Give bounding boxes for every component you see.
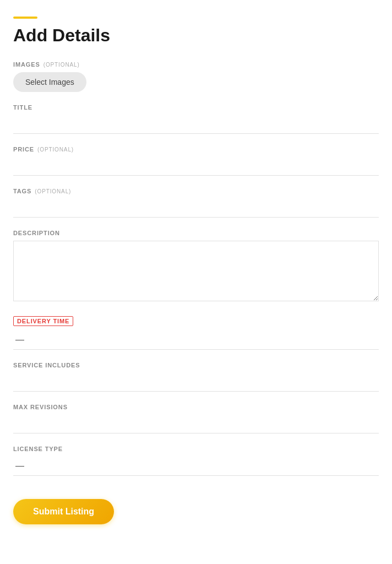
page-title: Add Details: [13, 25, 379, 46]
title-input[interactable]: [13, 115, 379, 134]
top-accent: [13, 17, 37, 19]
delivery-time-section: DELIVERY TIME —: [13, 316, 379, 350]
tags-section: TAGS (OPTIONAL): [13, 188, 379, 218]
max-revisions-section: MAX REVISIONS: [13, 404, 379, 433]
license-type-label: LICENSE TYPE: [13, 446, 379, 452]
description-label: DESCRIPTION: [13, 230, 379, 236]
price-input[interactable]: [13, 157, 379, 176]
description-input[interactable]: [13, 241, 379, 301]
max-revisions-input[interactable]: [13, 415, 379, 433]
description-section: DESCRIPTION: [13, 230, 379, 303]
tags-input[interactable]: [13, 199, 379, 218]
submit-section: Submit Listing: [13, 488, 379, 524]
submit-button[interactable]: Submit Listing: [13, 499, 114, 524]
max-revisions-label: MAX REVISIONS: [13, 404, 379, 410]
images-section: IMAGES (OPTIONAL) Select Images: [13, 61, 379, 92]
price-section: PRICE (OPTIONAL): [13, 146, 379, 176]
license-type-select[interactable]: —: [13, 457, 379, 476]
service-includes-label: SERVICE INCLUDES: [13, 362, 379, 368]
title-label: TITLE: [13, 104, 379, 111]
delivery-time-label: DELIVERY TIME: [17, 318, 69, 324]
title-section: TITLE: [13, 104, 379, 134]
tags-label: TAGS (OPTIONAL): [13, 188, 379, 194]
images-label: IMAGES (OPTIONAL): [13, 61, 379, 68]
price-label: PRICE (OPTIONAL): [13, 146, 379, 153]
license-type-section: LICENSE TYPE —: [13, 446, 379, 476]
delivery-time-select[interactable]: —: [13, 330, 379, 350]
service-includes-input[interactable]: [13, 373, 379, 392]
service-includes-section: SERVICE INCLUDES: [13, 362, 379, 392]
select-images-button[interactable]: Select Images: [13, 72, 86, 92]
